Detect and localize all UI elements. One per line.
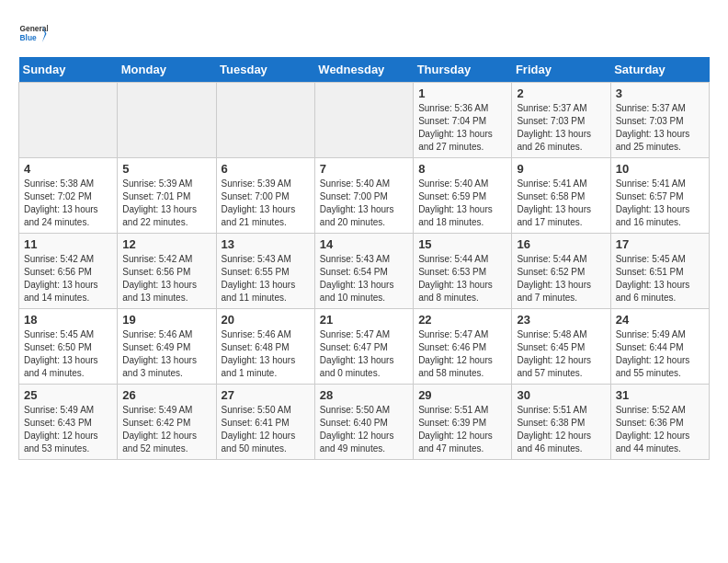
calendar-week-row: 18Sunrise: 5:45 AM Sunset: 6:50 PM Dayli… xyxy=(19,309,710,385)
calendar-cell: 13Sunrise: 5:43 AM Sunset: 6:55 PM Dayli… xyxy=(216,234,314,309)
day-number: 9 xyxy=(517,162,605,176)
day-number: 28 xyxy=(320,388,408,402)
day-info: Sunrise: 5:51 AM Sunset: 6:39 PM Dayligh… xyxy=(418,404,506,455)
calendar-day-header: Sunday xyxy=(19,57,118,83)
calendar-cell: 19Sunrise: 5:46 AM Sunset: 6:49 PM Dayli… xyxy=(118,309,216,385)
day-number: 6 xyxy=(222,162,310,176)
day-number: 8 xyxy=(418,162,506,176)
day-info: Sunrise: 5:39 AM Sunset: 7:00 PM Dayligh… xyxy=(222,178,310,229)
calendar-week-row: 25Sunrise: 5:49 AM Sunset: 6:43 PM Dayli… xyxy=(19,385,710,460)
calendar-cell: 4Sunrise: 5:38 AM Sunset: 7:02 PM Daylig… xyxy=(19,158,118,234)
calendar-cell xyxy=(314,83,413,158)
day-number: 13 xyxy=(222,237,310,251)
day-info: Sunrise: 5:43 AM Sunset: 6:55 PM Dayligh… xyxy=(222,253,310,304)
calendar-week-row: 11Sunrise: 5:42 AM Sunset: 6:56 PM Dayli… xyxy=(19,234,710,309)
day-number: 25 xyxy=(24,388,112,402)
calendar-week-row: 1Sunrise: 5:36 AM Sunset: 7:04 PM Daylig… xyxy=(19,83,710,158)
calendar-cell: 29Sunrise: 5:51 AM Sunset: 6:39 PM Dayli… xyxy=(414,385,512,460)
calendar-cell: 26Sunrise: 5:49 AM Sunset: 6:42 PM Dayli… xyxy=(118,385,216,460)
day-info: Sunrise: 5:52 AM Sunset: 6:36 PM Dayligh… xyxy=(616,404,704,455)
calendar-day-header: Monday xyxy=(118,57,216,83)
calendar-body: 1Sunrise: 5:36 AM Sunset: 7:04 PM Daylig… xyxy=(19,83,710,460)
calendar-day-header: Wednesday xyxy=(314,57,413,83)
calendar-cell: 10Sunrise: 5:41 AM Sunset: 6:57 PM Dayli… xyxy=(610,158,709,234)
day-number: 26 xyxy=(122,388,210,402)
day-info: Sunrise: 5:37 AM Sunset: 7:03 PM Dayligh… xyxy=(517,102,605,154)
day-number: 15 xyxy=(418,237,506,251)
day-number: 23 xyxy=(517,313,605,327)
calendar-cell: 23Sunrise: 5:48 AM Sunset: 6:45 PM Dayli… xyxy=(512,309,610,385)
calendar-cell: 27Sunrise: 5:50 AM Sunset: 6:41 PM Dayli… xyxy=(216,385,314,460)
day-info: Sunrise: 5:38 AM Sunset: 7:02 PM Dayligh… xyxy=(24,178,112,229)
logo-icon: General Blue xyxy=(18,18,48,48)
day-number: 22 xyxy=(418,313,506,327)
day-number: 10 xyxy=(616,162,704,176)
day-info: Sunrise: 5:50 AM Sunset: 6:41 PM Dayligh… xyxy=(222,404,310,455)
day-number: 12 xyxy=(122,237,210,251)
calendar-cell xyxy=(216,83,314,158)
day-number: 2 xyxy=(517,86,605,100)
calendar-cell: 2Sunrise: 5:37 AM Sunset: 7:03 PM Daylig… xyxy=(512,83,610,158)
day-info: Sunrise: 5:50 AM Sunset: 6:40 PM Dayligh… xyxy=(320,404,408,455)
calendar-cell: 21Sunrise: 5:47 AM Sunset: 6:47 PM Dayli… xyxy=(314,309,413,385)
calendar-cell: 28Sunrise: 5:50 AM Sunset: 6:40 PM Dayli… xyxy=(314,385,413,460)
calendar-day-header: Thursday xyxy=(414,57,512,83)
day-info: Sunrise: 5:49 AM Sunset: 6:43 PM Dayligh… xyxy=(24,404,112,455)
day-number: 17 xyxy=(616,237,704,251)
calendar-cell: 11Sunrise: 5:42 AM Sunset: 6:56 PM Dayli… xyxy=(19,234,118,309)
day-number: 7 xyxy=(320,162,408,176)
day-info: Sunrise: 5:48 AM Sunset: 6:45 PM Dayligh… xyxy=(517,328,605,380)
day-number: 24 xyxy=(616,313,704,327)
calendar-cell: 5Sunrise: 5:39 AM Sunset: 7:01 PM Daylig… xyxy=(118,158,216,234)
calendar-cell: 16Sunrise: 5:44 AM Sunset: 6:52 PM Dayli… xyxy=(512,234,610,309)
calendar-cell: 22Sunrise: 5:47 AM Sunset: 6:46 PM Dayli… xyxy=(414,309,512,385)
day-info: Sunrise: 5:37 AM Sunset: 7:03 PM Dayligh… xyxy=(616,102,704,154)
calendar-day-header: Friday xyxy=(512,57,610,83)
day-info: Sunrise: 5:45 AM Sunset: 6:51 PM Dayligh… xyxy=(616,253,704,304)
calendar-cell: 6Sunrise: 5:39 AM Sunset: 7:00 PM Daylig… xyxy=(216,158,314,234)
day-info: Sunrise: 5:46 AM Sunset: 6:49 PM Dayligh… xyxy=(122,328,210,380)
calendar-cell: 24Sunrise: 5:49 AM Sunset: 6:44 PM Dayli… xyxy=(610,309,709,385)
calendar-cell: 25Sunrise: 5:49 AM Sunset: 6:43 PM Dayli… xyxy=(19,385,118,460)
day-number: 4 xyxy=(24,162,112,176)
day-info: Sunrise: 5:44 AM Sunset: 6:53 PM Dayligh… xyxy=(418,253,506,304)
day-info: Sunrise: 5:41 AM Sunset: 6:57 PM Dayligh… xyxy=(616,178,704,229)
day-info: Sunrise: 5:39 AM Sunset: 7:01 PM Dayligh… xyxy=(122,178,210,229)
day-info: Sunrise: 5:40 AM Sunset: 7:00 PM Dayligh… xyxy=(320,178,408,229)
day-info: Sunrise: 5:44 AM Sunset: 6:52 PM Dayligh… xyxy=(517,253,605,304)
day-info: Sunrise: 5:49 AM Sunset: 6:42 PM Dayligh… xyxy=(122,404,210,455)
calendar-cell: 20Sunrise: 5:46 AM Sunset: 6:48 PM Dayli… xyxy=(216,309,314,385)
calendar-cell: 9Sunrise: 5:41 AM Sunset: 6:58 PM Daylig… xyxy=(512,158,610,234)
day-number: 5 xyxy=(122,162,210,176)
day-info: Sunrise: 5:45 AM Sunset: 6:50 PM Dayligh… xyxy=(24,328,112,380)
day-number: 27 xyxy=(222,388,310,402)
day-info: Sunrise: 5:49 AM Sunset: 6:44 PM Dayligh… xyxy=(616,328,704,380)
day-number: 14 xyxy=(320,237,408,251)
calendar-cell: 8Sunrise: 5:40 AM Sunset: 6:59 PM Daylig… xyxy=(414,158,512,234)
calendar-cell: 15Sunrise: 5:44 AM Sunset: 6:53 PM Dayli… xyxy=(414,234,512,309)
day-number: 30 xyxy=(517,388,605,402)
calendar-header-row: SundayMondayTuesdayWednesdayThursdayFrid… xyxy=(19,57,710,83)
day-number: 1 xyxy=(418,86,506,100)
calendar-day-header: Saturday xyxy=(610,57,709,83)
calendar-cell: 7Sunrise: 5:40 AM Sunset: 7:00 PM Daylig… xyxy=(314,158,413,234)
day-info: Sunrise: 5:41 AM Sunset: 6:58 PM Dayligh… xyxy=(517,178,605,229)
calendar-cell: 30Sunrise: 5:51 AM Sunset: 6:38 PM Dayli… xyxy=(512,385,610,460)
day-number: 29 xyxy=(418,388,506,402)
logo: General Blue xyxy=(18,18,48,48)
day-number: 3 xyxy=(616,86,704,100)
day-number: 31 xyxy=(616,388,704,402)
calendar-day-header: Tuesday xyxy=(216,57,314,83)
calendar-cell: 14Sunrise: 5:43 AM Sunset: 6:54 PM Dayli… xyxy=(314,234,413,309)
calendar-table: SundayMondayTuesdayWednesdayThursdayFrid… xyxy=(18,57,710,460)
calendar-cell: 18Sunrise: 5:45 AM Sunset: 6:50 PM Dayli… xyxy=(19,309,118,385)
day-info: Sunrise: 5:42 AM Sunset: 6:56 PM Dayligh… xyxy=(122,253,210,304)
day-number: 11 xyxy=(24,237,112,251)
day-number: 19 xyxy=(122,313,210,327)
day-info: Sunrise: 5:40 AM Sunset: 6:59 PM Dayligh… xyxy=(418,178,506,229)
day-number: 18 xyxy=(24,313,112,327)
calendar-cell xyxy=(118,83,216,158)
day-number: 21 xyxy=(320,313,408,327)
day-info: Sunrise: 5:36 AM Sunset: 7:04 PM Dayligh… xyxy=(418,102,506,154)
day-info: Sunrise: 5:46 AM Sunset: 6:48 PM Dayligh… xyxy=(222,328,310,380)
